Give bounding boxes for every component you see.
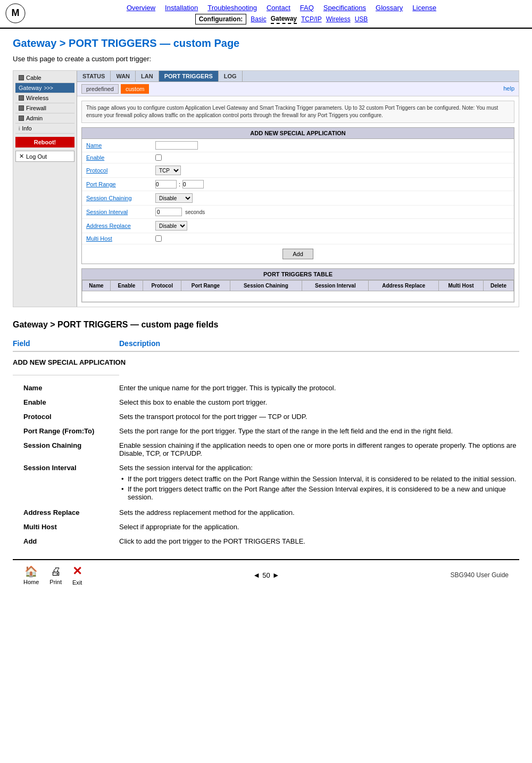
config-basic[interactable]: Basic xyxy=(251,15,266,23)
add-button-row: Add xyxy=(82,244,514,264)
sidebar-item-info[interactable]: i Info xyxy=(15,124,74,134)
add-button[interactable]: Add xyxy=(282,249,313,259)
th-delete: Delete xyxy=(483,281,513,291)
page-number: 50 xyxy=(262,571,270,579)
multi-host-checkbox[interactable] xyxy=(155,235,162,242)
field-label-session-chaining[interactable]: Session Chaining xyxy=(86,195,155,201)
subtab-predefined[interactable]: predefined xyxy=(81,84,119,94)
print-label: Print xyxy=(49,579,62,585)
nav-license[interactable]: License xyxy=(412,4,436,12)
main-content: Gateway > PORT TRIGGERS — custom Page Us… xyxy=(0,29,532,598)
address-replace-select[interactable]: Disable xyxy=(155,221,187,231)
add-application-form: ADD NEW SPECIAL APPLICATION Name Enable xyxy=(81,127,514,264)
config-gateway[interactable]: Gateway xyxy=(271,15,297,24)
field-name-multi-host: Multi Host xyxy=(13,520,119,534)
svg-text:M: M xyxy=(12,7,20,18)
sidebar-item-firewall[interactable]: Firewall xyxy=(15,103,74,113)
logout-label: Log Out xyxy=(26,153,47,160)
name-input[interactable] xyxy=(155,141,198,150)
sidebar-item-wireless[interactable]: Wireless xyxy=(15,93,74,103)
nav-installation[interactable]: Installation xyxy=(165,4,198,12)
session-interval-input[interactable] xyxy=(155,208,182,216)
field-desc-name: Enter the unique name for the port trigg… xyxy=(119,381,519,395)
home-icon: 🏠 xyxy=(24,565,38,578)
nav-troubleshooting[interactable]: Troubleshooting xyxy=(207,4,257,12)
form-title: ADD NEW SPECIAL APPLICATION xyxy=(82,128,514,139)
field-desc-enable: Select this box to enable the custom por… xyxy=(119,395,519,409)
tab-log[interactable]: LOG xyxy=(219,71,243,81)
logout-icon: ✕ xyxy=(19,153,24,160)
form-row-session-interval: Session Interval seconds xyxy=(82,206,514,219)
port-range-separator: : xyxy=(179,181,180,187)
sidebar-label-admin: Admin xyxy=(26,115,43,121)
tab-wan[interactable]: WAN xyxy=(111,71,136,81)
triggers-table: Name Enable Protocol Port Range Session … xyxy=(82,280,514,302)
field-label-enable[interactable]: Enable xyxy=(86,154,155,161)
field-row-port-range: Port Range (From:To) Sets the port range… xyxy=(13,424,519,438)
field-row-protocol: Protocol Sets the transport protocol for… xyxy=(13,409,519,424)
sidebar-panel: Cable Gateway >>> Wireless Firewall Admi… xyxy=(13,71,77,307)
field-control-name xyxy=(155,141,198,150)
field-label-portrange[interactable]: Port Range xyxy=(86,181,155,187)
config-usb[interactable]: USB xyxy=(355,15,368,23)
subtab-custom[interactable]: custom xyxy=(121,84,149,94)
tab-status[interactable]: STATUS xyxy=(77,71,111,81)
nav-specifications[interactable]: Specifications xyxy=(323,4,366,12)
exit-button[interactable]: ✕ Exit xyxy=(72,564,82,586)
sidebar-item-admin[interactable]: Admin xyxy=(15,113,74,124)
bottom-nav-left: 🏠 Home 🖨 Print ✕ Exit xyxy=(23,564,82,586)
motorola-logo: M xyxy=(5,3,26,25)
bottom-nav: 🏠 Home 🖨 Print ✕ Exit ◄ 50 ► SBG940 User… xyxy=(13,559,519,590)
sidebar-item-cable[interactable]: Cable xyxy=(15,73,74,83)
field-label-name[interactable]: Name xyxy=(86,142,155,149)
info-icon: i xyxy=(19,126,20,132)
logout-button[interactable]: ✕ Log Out xyxy=(15,151,74,162)
field-label-address-replace[interactable]: Address Replace xyxy=(86,223,155,229)
home-label: Home xyxy=(23,579,39,585)
field-label-protocol[interactable]: Protocol xyxy=(86,167,155,174)
print-icon: 🖨 xyxy=(51,565,61,578)
session-chaining-select[interactable]: Disable TCP TCP/UDP xyxy=(155,193,193,203)
field-row-name: Name Enter the unique name for the port … xyxy=(13,381,519,395)
field-control-session-interval: seconds xyxy=(155,208,205,216)
field-name-session-chaining: Session Chaining xyxy=(13,438,119,461)
sidebar-label-gateway: Gateway xyxy=(19,85,41,91)
th-session-interval: Session Interval xyxy=(302,281,369,291)
nav-contact[interactable]: Contact xyxy=(267,4,290,12)
home-button[interactable]: 🏠 Home xyxy=(23,565,39,585)
next-page-button[interactable]: ► xyxy=(272,571,280,579)
tab-port-triggers[interactable]: PORT TRIGGERS xyxy=(159,71,219,81)
tab-lan[interactable]: LAN xyxy=(136,71,159,81)
nav-overview[interactable]: Overview xyxy=(127,4,155,12)
form-row-enable: Enable xyxy=(82,152,514,163)
top-nav-row1: Overview Installation Troubleshooting Co… xyxy=(36,4,527,12)
th-address-replace: Address Replace xyxy=(369,281,439,291)
port-range-to[interactable] xyxy=(182,180,204,188)
protocol-select[interactable]: TCP UDP xyxy=(155,166,181,175)
port-range-from[interactable] xyxy=(155,180,177,188)
nav-faq[interactable]: FAQ xyxy=(300,4,314,12)
table-empty-row xyxy=(82,291,514,302)
prev-page-button[interactable]: ◄ xyxy=(253,571,260,579)
field-control-protocol: TCP UDP xyxy=(155,166,181,175)
nav-glossary[interactable]: Glossary xyxy=(376,4,403,12)
print-button[interactable]: 🖨 Print xyxy=(49,565,62,585)
reboot-button[interactable]: Reboot! xyxy=(15,137,74,147)
field-desc-address-replace: Sets the address replacement method for … xyxy=(119,505,519,520)
seconds-label: seconds xyxy=(185,209,205,215)
enable-checkbox[interactable] xyxy=(155,154,162,161)
product-name: SBG940 User Guide xyxy=(451,571,509,579)
field-desc-multi-host: Select if appropriate for the applicatio… xyxy=(119,520,519,534)
help-link[interactable]: help xyxy=(503,84,514,94)
cable-checkbox xyxy=(19,75,24,80)
field-name-add: Add xyxy=(13,534,119,548)
field-label-session-interval[interactable]: Session Interval xyxy=(86,209,155,215)
config-wireless[interactable]: Wireless xyxy=(326,15,351,23)
field-label-multi-host[interactable]: Multi Host xyxy=(86,235,155,242)
form-row-multi-host: Multi Host xyxy=(82,233,514,244)
config-tcpip[interactable]: TCP/IP xyxy=(301,15,322,23)
port-range-inputs: : xyxy=(155,180,204,188)
th-protocol: Protocol xyxy=(143,281,181,291)
sidebar-item-gateway[interactable]: Gateway >>> xyxy=(15,83,74,93)
table-title: PORT TRIGGERS TABLE xyxy=(82,269,514,280)
